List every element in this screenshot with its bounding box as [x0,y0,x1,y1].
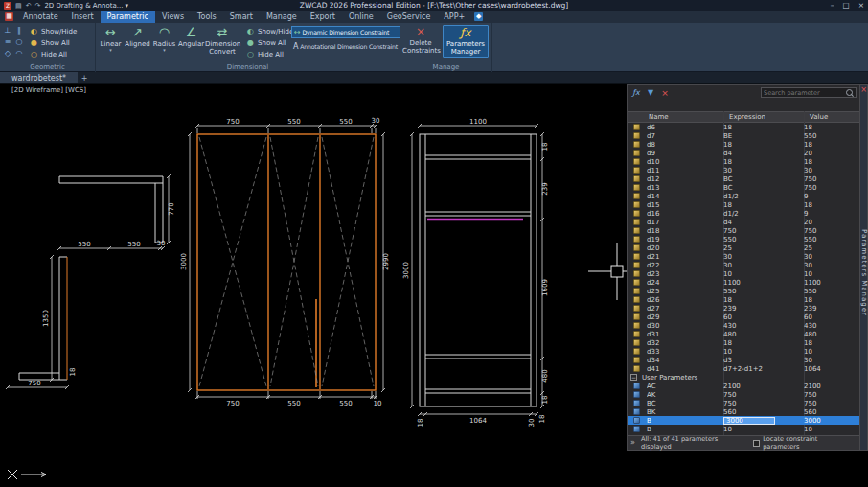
parameter-row-d9[interactable]: d9d420 [628,149,859,157]
dimension-convert-button[interactable]: ⇄ Dimension Convert [205,25,240,56]
minimize-button[interactable]: – [831,1,834,10]
close-button[interactable]: × [858,1,864,10]
parameter-row-d20[interactable]: d202525 [628,244,859,252]
parameter-row-d29[interactable]: d296060 [628,313,859,321]
viewport-label[interactable]: [2D Wireframe] [WCS] [11,86,86,94]
annotational-dimension-constraint-toggle[interactable]: A Annotational Dimension Constraint [291,40,400,53]
parameter-row-d30[interactable]: d30430430 [628,321,859,330]
new-parameter-icon[interactable]: ƒx [630,87,642,98]
tab-views[interactable]: Views [155,11,191,23]
parameter-row-BC[interactable]: BC750750 [628,399,859,407]
parameter-row-d12[interactable]: d12BC750 [628,174,859,183]
panel-status-bar: » All: 41 of 41 parameters displayed Loc… [628,435,859,450]
parameter-row-d41[interactable]: d41d7+2-d1+21064 [628,364,859,373]
dimensional-hide-all-button[interactable]: ○ Hide All [243,49,296,59]
tab-app-[interactable]: APP+ [437,11,471,23]
tab-online[interactable]: Online [342,11,380,23]
parameter-row-BK[interactable]: BK560560 [628,407,859,416]
parameter-row-d23[interactable]: d231010 [628,269,859,278]
addon-icon[interactable]: ◆ [474,12,483,21]
show-hide-icon: ◐ [30,27,38,35]
column-header-name[interactable]: Name [628,113,723,121]
parameter-row-d11[interactable]: d113030 [628,166,859,174]
geometric-constraint-icon-6[interactable]: ◠ [13,49,25,60]
linear-constraint-button[interactable]: ↔ Linear ▾ [98,25,124,52]
parameter-row-d16[interactable]: d16d1/29 [628,209,859,218]
delete-parameter-icon[interactable]: × [659,87,671,98]
parameter-row-d17[interactable]: d17d420 [628,218,859,226]
tab-parametric[interactable]: Parametric [101,11,155,23]
radius-constraint-button[interactable]: ◠ Radius ▾ [151,25,177,52]
panel-close-icon[interactable]: × [860,85,867,95]
delete-constraints-button[interactable]: × Delete Constraints [402,25,439,55]
dynamic-dimension-constraint-toggle[interactable]: ↔ Dynamic Dimension Constraint [291,26,400,38]
dimensional-show-all-button[interactable]: ● Show All [243,37,296,48]
document-tab-active[interactable]: wardrobetest* [0,72,78,83]
tab-annotate[interactable]: Annotate [16,11,65,23]
parameter-row-d6[interactable]: d61818 [628,123,859,131]
parameter-row-d22[interactable]: d223030 [628,261,859,269]
angular-constraint-button[interactable]: ∠ Angular [178,25,204,48]
parameter-row-d14[interactable]: d14d1/29 [628,192,859,200]
filter-icon[interactable]: ▼ [645,87,656,98]
workspace-switcher[interactable]: 2D Drafting & Annota... ▾ [44,2,128,10]
redo-icon[interactable]: ↷ [35,2,41,10]
search-input[interactable] [764,89,844,97]
dimensional-show-hide-button[interactable]: ◐ Show/Hide [243,26,296,36]
expression-edit-field[interactable]: 3000 [723,417,775,425]
parameter-row-d24[interactable]: d2411001100 [628,278,859,287]
parameter-row-d7[interactable]: d7BE550 [628,131,859,140]
tab-geoservice[interactable]: GeoService [380,11,438,23]
undo-icon[interactable]: ↶ [26,2,32,10]
column-header-value[interactable]: Value [804,113,859,121]
geometric-show-hide-button[interactable]: ◐ Show/Hide [27,26,80,36]
tab-manage[interactable]: Manage [260,11,304,23]
geometric-constraint-icon-2[interactable]: ∥ [13,26,25,37]
dimension-parameter-icon [633,331,640,337]
parameter-row-B[interactable]: B1010 [628,425,859,433]
geometric-constraint-icon-5[interactable]: ◇ [2,49,13,60]
column-header-expression[interactable]: Expression [723,113,804,121]
parameter-row-d27[interactable]: d27239239 [628,304,859,313]
parameter-row-AK[interactable]: AK750750 [628,390,859,399]
expand-chevron[interactable]: » [630,438,635,447]
parameter-row-d26[interactable]: d261818 [628,295,859,304]
parameter-row-d34[interactable]: d34d330 [628,356,859,364]
aligned-constraint-button[interactable]: ↗ Aligned [125,25,150,48]
parameter-row-d18[interactable]: d18750750 [628,226,859,235]
collapse-icon[interactable]: − [630,374,637,381]
ribbon-tab-bar-wrap: ▦ AnnotateInsertParametricViewsToolsSmar… [0,11,868,23]
parameter-row-d32[interactable]: d321818 [628,338,859,347]
parameter-name: d31 [647,331,723,338]
parameter-group-header[interactable]: −User Parameters [628,373,859,382]
tab-smart[interactable]: Smart [223,11,260,23]
geometric-show-all-button[interactable]: ● Show All [27,37,80,48]
save-icon[interactable]: ▤ [15,2,22,10]
parameter-row-d25[interactable]: d25550550 [628,287,859,295]
new-document-tab-button[interactable]: + [78,72,91,83]
parameter-row-d15[interactable]: d151818 [628,200,859,209]
parameter-row-d21[interactable]: d213030 [628,252,859,261]
maximize-button[interactable]: □ [843,1,850,10]
geometric-constraint-icon-4[interactable]: ○ [13,37,25,49]
app-menu-icon[interactable]: ▦ [5,12,13,21]
parameters-manager-button[interactable]: ƒx Parameters Manager [443,25,489,58]
parameter-expression: 18 [723,158,804,166]
parameter-row-d19[interactable]: d19550550 [628,235,859,244]
geometric-hide-all-button[interactable]: ○ Hide All [27,49,80,59]
parameter-row-d13[interactable]: d13BC750 [628,183,859,192]
parameter-row-d10[interactable]: d101818 [628,157,859,166]
parameter-row-d8[interactable]: d81818 [628,140,859,149]
tab-tools[interactable]: Tools [191,11,223,23]
geometric-constraint-icon-1[interactable]: ⊥ [2,26,13,37]
tab-insert[interactable]: Insert [65,11,101,23]
parameter-row-d31[interactable]: d31480480 [628,330,859,338]
parameter-row-d33[interactable]: d331010 [628,347,859,356]
locate-checkbox[interactable] [753,440,760,447]
parameter-value: 750 [804,175,859,183]
app-logo-icon[interactable]: Z [4,2,11,10]
parameter-row-B[interactable]: B30003000 [628,416,859,425]
parameter-row-AC[interactable]: AC21002100 [628,382,859,390]
geometric-constraint-icon-3[interactable]: ≡ [2,37,13,49]
tab-export[interactable]: Export [304,11,342,23]
